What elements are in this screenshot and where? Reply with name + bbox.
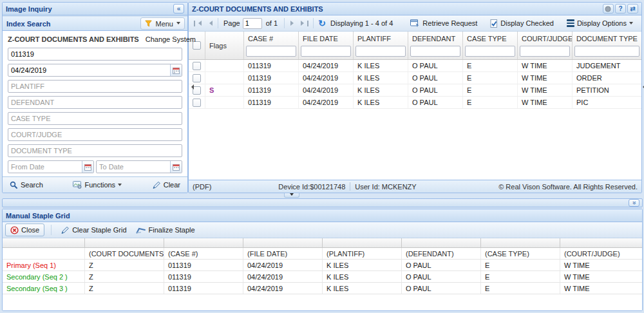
search-button-label: Search — [21, 181, 43, 189]
functions-icon — [73, 181, 82, 189]
cell-court-judge: W TIME — [518, 97, 573, 108]
table-row[interactable]: 011319 04/24/2019 K ILES O PAUL E W TIME… — [189, 72, 641, 84]
splitter-collapse-tab[interactable] — [284, 193, 299, 198]
filter-file-date-input[interactable] — [301, 46, 351, 57]
cell-document-type: PIC — [573, 97, 641, 108]
menu-button-label: Menu — [155, 20, 173, 28]
help-button[interactable]: ? — [615, 4, 626, 14]
staple-row[interactable]: Secondary (Seq 2 ) Z 011319 04/24/2019 K… — [3, 271, 642, 283]
column-header-document-type[interactable]: DOCUMENT TYPE — [573, 32, 641, 59]
display-options-button[interactable]: Display Options — [564, 18, 636, 28]
filter-defendant-input[interactable] — [410, 46, 460, 57]
cell-court-judge: W TIME — [560, 260, 642, 270]
next-page-button[interactable] — [287, 17, 299, 29]
table-row[interactable]: 011319 04/24/2019 K ILES O PAUL E W TIME… — [189, 97, 641, 109]
search-icon — [10, 181, 18, 189]
cell-document-type: PETITION — [573, 84, 641, 96]
staple-icon — [136, 227, 146, 234]
column-header-case-type[interactable]: CASE TYPE — [463, 32, 518, 59]
prev-page-button[interactable] — [204, 17, 215, 29]
staple-panel-title: Manual Staple Grid — [6, 212, 70, 220]
filter-case-number-input[interactable] — [246, 46, 296, 57]
case-type-input[interactable] — [8, 112, 182, 125]
toolbar-separator — [284, 18, 285, 28]
display-checked-button[interactable]: Display Checked — [488, 18, 556, 29]
column-header-plantiff[interactable]: PLANTIFF — [354, 32, 408, 59]
refresh-window-button[interactable]: ⇄ — [627, 4, 638, 14]
splitter-collapse-icon[interactable] — [640, 84, 644, 90]
column-header-file-date[interactable]: FILE DATE — [299, 32, 354, 59]
document-type-input[interactable] — [8, 144, 182, 157]
column-header-case-number[interactable]: CASE # — [244, 32, 299, 59]
file-date-trigger-button[interactable] — [170, 64, 182, 76]
to-date-trigger-button[interactable] — [170, 161, 182, 173]
cell-case-type: E — [481, 271, 560, 282]
filter-document-type-input[interactable] — [574, 46, 639, 57]
file-date-input[interactable] — [8, 64, 182, 77]
last-page-button[interactable] — [299, 17, 310, 29]
close-button[interactable]: Close — [5, 223, 44, 236]
cell-document-type: JUDGEMENT — [573, 60, 641, 71]
column-label: PLANTIFF — [354, 32, 408, 46]
defendant-input[interactable] — [8, 96, 182, 109]
finalize-staple-button[interactable]: Finalize Staple — [133, 225, 198, 235]
first-page-button[interactable] — [192, 17, 204, 29]
cell-case-number: 011319 — [164, 283, 243, 294]
cell-defendant: O PAUL — [402, 271, 481, 282]
plantiff-input[interactable] — [8, 80, 182, 93]
cell-case-type: E — [463, 60, 518, 71]
row-checkbox[interactable] — [193, 74, 201, 82]
filter-plantiff-input[interactable] — [355, 46, 406, 57]
column-header-defendant[interactable]: DEFENDANT — [408, 32, 463, 59]
table-row[interactable]: 011319 04/24/2019 K ILES O PAUL E W TIME… — [189, 60, 641, 72]
cell-case-number: 011319 — [164, 271, 243, 282]
staple-row[interactable]: Secondary (Seq 3 ) Z 011319 04/24/2019 K… — [3, 283, 642, 294]
cell-file-date: 04/24/2019 — [299, 97, 354, 108]
status-device-id: Device Id:$00121748 — [278, 183, 345, 191]
splitter-collapse-icon[interactable] — [189, 84, 194, 90]
clear-staple-grid-label: Clear Staple Grid — [72, 226, 126, 234]
staple-row[interactable]: Primary (Seq 1) Z 011319 04/24/2019 K IL… — [3, 260, 642, 271]
cell-court-judge: W TIME — [518, 60, 573, 71]
page-input[interactable] — [243, 18, 262, 29]
court-judge-input[interactable] — [8, 128, 182, 141]
row-checkbox-cell — [189, 60, 205, 71]
collapse-left-panel-button[interactable]: « — [173, 4, 184, 14]
grid-toolbar: Page of 1 ↻ Displaying 1 - 4 of 4 Retrie… — [189, 15, 641, 32]
clear-button[interactable]: Clear — [149, 180, 183, 191]
field-case-number: (CASE #) — [164, 248, 243, 259]
horizontal-splitter[interactable] — [2, 193, 643, 198]
column-header-court-judge[interactable]: COURT/JUDGE — [518, 32, 573, 59]
column-header-flags[interactable]: Flags — [205, 32, 244, 59]
funnel-icon — [145, 20, 152, 27]
change-system-button[interactable]: Change System — [146, 35, 196, 43]
row-checkbox[interactable] — [193, 99, 201, 107]
to-date-input[interactable] — [96, 160, 182, 173]
retrieve-request-button[interactable]: Retrieve Request — [408, 18, 480, 28]
cell-flags — [205, 60, 244, 71]
row-checkbox[interactable] — [193, 62, 201, 70]
clear-staple-grid-button[interactable]: Clear Staple Grid — [58, 225, 129, 236]
from-date-input[interactable] — [8, 160, 94, 173]
collapse-bottom-button[interactable]: « — [629, 199, 639, 207]
column-label: CASE TYPE — [463, 32, 517, 46]
pencil-icon — [152, 181, 161, 189]
column-label: DEFENDANT — [408, 32, 462, 46]
cell-court-judge: W TIME — [518, 84, 573, 96]
help-icon: ? — [618, 5, 622, 12]
staple-field-row: (COURT DOCUMENTS AN... (CASE #) (FILE DA… — [3, 248, 642, 260]
from-date-trigger-button[interactable] — [82, 161, 93, 173]
filter-court-judge-input[interactable] — [520, 46, 570, 57]
case-number-input[interactable] — [8, 48, 182, 61]
cell-system: Z — [85, 271, 164, 282]
refresh-button[interactable]: ↻ — [316, 17, 328, 29]
cell-flags — [205, 72, 244, 84]
table-row[interactable]: S 011319 04/24/2019 K ILES O PAUL E W TI… — [189, 84, 641, 97]
filter-case-type-input[interactable] — [465, 46, 515, 57]
cell-court-judge: W TIME — [518, 72, 573, 84]
functions-dropdown-arrow-icon — [118, 184, 122, 188]
search-button[interactable]: Search — [7, 180, 46, 191]
menu-button[interactable]: Menu — [140, 17, 185, 30]
gear-button[interactable] — [603, 4, 614, 14]
functions-button[interactable]: Functions — [70, 180, 124, 190]
